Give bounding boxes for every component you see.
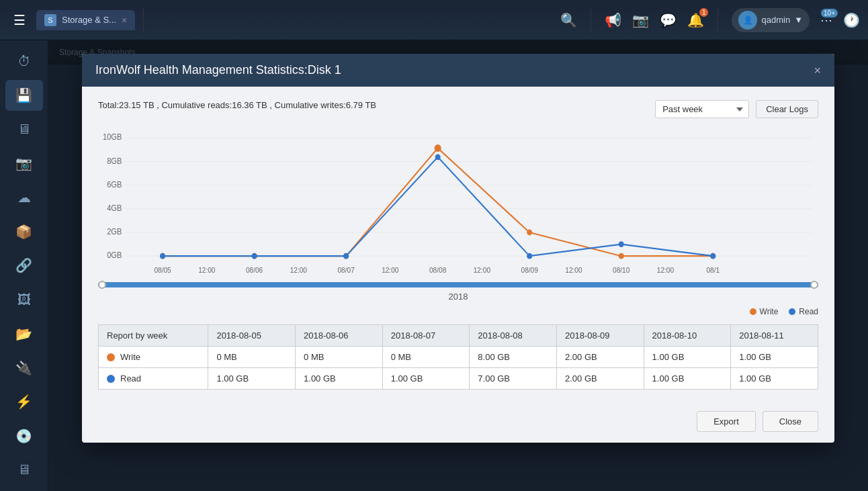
svg-text:4GB: 4GB xyxy=(107,204,122,213)
svg-text:12:00: 12:00 xyxy=(198,266,215,274)
sidebar-item-cloud[interactable]: ☁ xyxy=(5,182,43,214)
write-val-0810: 1.00 GB xyxy=(644,347,731,368)
svg-point-38 xyxy=(710,253,715,259)
legend-read-label: Read xyxy=(799,307,818,316)
close-button[interactable]: Close xyxy=(763,411,818,432)
svg-text:08/10: 08/10 xyxy=(613,266,630,274)
notification-bell[interactable]: 🔔 1 xyxy=(687,12,704,28)
overview-icon: ⏱ xyxy=(17,54,31,69)
svg-point-32 xyxy=(160,253,165,259)
svg-text:12:00: 12:00 xyxy=(657,266,674,274)
speaker-icon[interactable]: 📢 xyxy=(605,12,621,28)
svg-text:12:00: 12:00 xyxy=(474,266,490,274)
svg-text:08/09: 08/09 xyxy=(521,266,538,274)
clear-logs-button[interactable]: Clear Logs xyxy=(756,100,818,118)
chat-icon[interactable]: 💬 xyxy=(660,12,677,28)
modal-footer: Export Close xyxy=(82,403,834,443)
svg-text:12:00: 12:00 xyxy=(382,266,398,274)
modal-title: IronWolf Health Management Statistics:Di… xyxy=(95,63,341,77)
sidebar: ⏱ 💾 🖥 📷 ☁ 📦 🔗 🖼 📂 🔌 ⚡ xyxy=(0,40,48,491)
svg-point-36 xyxy=(527,253,532,259)
svg-text:12:00: 12:00 xyxy=(290,266,307,274)
sidebar-item-share[interactable]: 📂 xyxy=(5,318,43,350)
chart-legend: Write Read xyxy=(98,307,818,316)
svg-point-37 xyxy=(619,241,624,247)
write-val-0807: 0 MB xyxy=(382,347,470,368)
chart-year-label: 2018 xyxy=(98,292,818,302)
svg-text:08/05: 08/05 xyxy=(154,266,171,274)
table-col-0809: 2018-08-09 xyxy=(556,325,644,347)
content-area: Storage & Snapshots IronWolf Health Mana… xyxy=(48,40,868,491)
camera-icon[interactable]: 📷 xyxy=(632,12,649,28)
table-write-label: Write xyxy=(99,347,208,368)
read-dot xyxy=(789,308,795,315)
write-label-text: Write xyxy=(120,352,140,362)
modal-body: Total:23.15 TB , Cumulative reads:16.36 … xyxy=(82,87,834,403)
read-val-0810: 1.00 GB xyxy=(644,368,731,390)
tab-close-button[interactable]: × xyxy=(122,15,127,26)
update-badge: 10+ xyxy=(821,9,838,17)
user-avatar: 👤 xyxy=(738,11,757,30)
write-dot xyxy=(750,308,756,315)
svg-text:08/08: 08/08 xyxy=(429,266,446,274)
divider3 xyxy=(718,8,718,32)
sidebar-item-vm[interactable]: 🖥 xyxy=(5,454,43,486)
write-val-0811: 1.00 GB xyxy=(731,347,818,368)
menu-icon[interactable]: ☰ xyxy=(8,7,31,34)
legend-read: Read xyxy=(789,307,818,316)
table-col-0810: 2018-08-10 xyxy=(644,325,731,347)
svg-point-33 xyxy=(252,253,257,259)
chart-scroll-thumb xyxy=(98,282,818,287)
storage-tab[interactable]: S Storage & S... × xyxy=(36,10,135,30)
tab-storage-icon: S xyxy=(44,14,56,26)
read-val-0807: 1.00 GB xyxy=(382,368,470,390)
more-menu[interactable]: ⋯ 10+ xyxy=(820,13,832,28)
read-label-text: Read xyxy=(120,373,141,384)
sidebar-item-remote[interactable]: 🔗 xyxy=(5,250,43,281)
modal-overlay: IronWolf Health Management Statistics:Di… xyxy=(48,40,868,491)
svg-text:08/1: 08/1 xyxy=(706,266,720,274)
sidebar-item-ssd[interactable]: 💿 xyxy=(5,420,43,452)
write-val-0809: 2.00 GB xyxy=(556,347,644,368)
backup-icon: 📦 xyxy=(15,224,32,240)
clock-icon[interactable]: 🕐 xyxy=(843,12,860,28)
period-select[interactable]: Past week Past month Past year xyxy=(655,100,749,118)
search-icon[interactable]: 🔍 xyxy=(560,12,577,28)
statistics-modal: IronWolf Health Management Statistics:Di… xyxy=(82,54,834,443)
table-row-write: Write 0 MB 0 MB 0 MB 8.00 GB 2.00 GB 1.0… xyxy=(99,347,818,368)
svg-point-28 xyxy=(435,144,441,152)
scroll-handle-right[interactable] xyxy=(810,281,818,289)
sidebar-item-backup[interactable]: 📦 xyxy=(5,216,43,247)
chart-scrollbar[interactable] xyxy=(98,282,818,287)
scroll-handle-left[interactable] xyxy=(98,281,106,289)
read-val-0811: 1.00 GB xyxy=(731,368,818,390)
table-row-read: Read 1.00 GB 1.00 GB 1.00 GB 7.00 GB 2.0… xyxy=(99,368,818,390)
sidebar-item-snapshot[interactable]: 📷 xyxy=(5,148,43,179)
svg-text:2GB: 2GB xyxy=(107,227,122,236)
table-col-0805: 2018-08-05 xyxy=(208,325,296,347)
notification-badge: 1 xyxy=(699,8,709,17)
sidebar-item-iscsi[interactable]: 🔌 xyxy=(5,352,43,384)
sidebar-item-hybrid[interactable]: ⚡ xyxy=(5,386,43,418)
sidebar-item-disk[interactable]: 🖥 xyxy=(5,114,43,145)
controls-row: Past week Past month Past year Clear Log… xyxy=(655,100,818,118)
main-layout: ⏱ 💾 🖥 📷 ☁ 📦 🔗 🖼 📂 🔌 ⚡ xyxy=(0,40,868,491)
sidebar-item-photos[interactable]: 🖼 xyxy=(5,284,43,316)
table-header-label: Report by week xyxy=(99,325,208,347)
svg-text:12:00: 12:00 xyxy=(565,266,582,274)
table-col-0808: 2018-08-08 xyxy=(470,325,557,347)
sidebar-item-storage[interactable]: 💾 xyxy=(5,80,43,111)
ssd-icon: 💿 xyxy=(15,428,32,444)
stats-summary: Total:23.15 TB , Cumulative reads:16.36 … xyxy=(98,100,376,110)
svg-text:8GB: 8GB xyxy=(107,156,122,165)
write-row-dot xyxy=(107,353,115,361)
export-button[interactable]: Export xyxy=(697,411,756,432)
svg-point-30 xyxy=(619,253,624,259)
tab-label: Storage & S... xyxy=(62,15,116,25)
username: qadmin xyxy=(761,15,790,25)
divider2 xyxy=(591,8,591,32)
sidebar-item-overview[interactable]: ⏱ xyxy=(5,46,43,77)
chart-svg: 10GB 8GB 6GB 4GB 2GB 0GB xyxy=(98,129,818,277)
modal-close-button[interactable]: × xyxy=(814,64,821,77)
user-menu[interactable]: 👤 qadmin ▼ xyxy=(732,8,810,32)
